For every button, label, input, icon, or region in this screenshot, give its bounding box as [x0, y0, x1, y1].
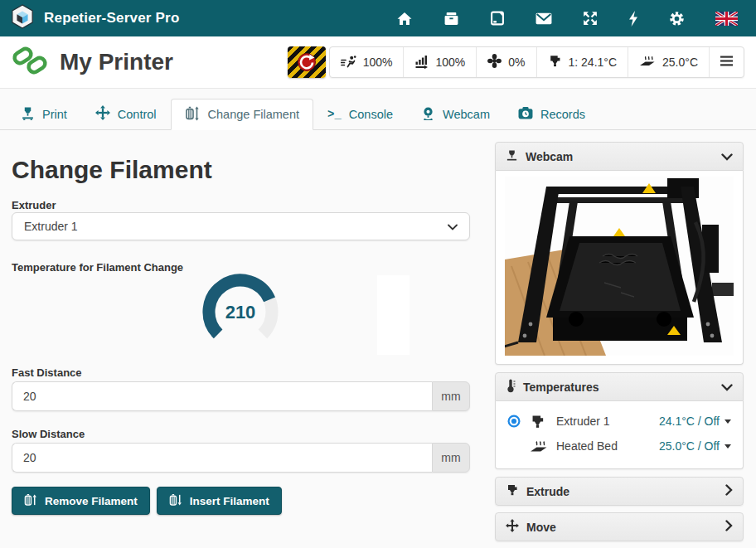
- repetier-logo-icon: [10, 3, 35, 33]
- flow-status[interactable]: 100%: [404, 47, 477, 77]
- top-navbar: Repetier-Server Pro: [0, 0, 756, 36]
- webcam-stream-image[interactable]: [505, 177, 734, 359]
- bed-temp-status[interactable]: 25.0°C: [628, 47, 710, 77]
- temperatures-panel-header[interactable]: Temperatures: [495, 372, 744, 401]
- extruder-select-value: Extruder 1: [24, 220, 78, 233]
- emergency-stop-button[interactable]: [288, 46, 326, 78]
- bed-temp-row: Heated Bed 25.0°C / Off: [507, 434, 731, 458]
- fan-icon: [487, 54, 502, 70]
- filament-buttons: Remove Filament Insert Filament: [12, 487, 282, 515]
- chevron-down-icon: [721, 381, 733, 394]
- webcam-panel-title: Webcam: [526, 150, 573, 163]
- extruder-temp-status[interactable]: 1: 24.1°C: [537, 47, 629, 77]
- insert-filament-button[interactable]: Insert Filament: [157, 487, 282, 515]
- tab-control[interactable]: Control: [81, 99, 171, 129]
- slow-distance-label: Slow Distance: [12, 428, 85, 440]
- fullscreen-icon[interactable]: [583, 11, 598, 26]
- records-camera-icon: [518, 106, 533, 122]
- temperatures-panel-body: Extruder 1 24.1°C / Off Heated Bed 25.0°…: [495, 401, 744, 469]
- bed-temp-value: 25.0°C: [662, 56, 698, 69]
- manual-icon[interactable]: [490, 11, 505, 26]
- thermometer-icon: [506, 379, 516, 395]
- extruder-temp-reading: 24.1°C / Off: [659, 415, 720, 428]
- tab-records-label: Records: [540, 108, 585, 121]
- filament-change-icon: [185, 106, 201, 124]
- language-flag-uk-icon[interactable]: [715, 12, 738, 26]
- extruder-select[interactable]: Extruder 1: [12, 212, 470, 240]
- print-icon: [21, 106, 35, 123]
- webcam-icon: [421, 106, 435, 123]
- flow-bars-icon: [414, 54, 429, 71]
- move-panel-title: Move: [526, 521, 556, 534]
- bed-temp-setting[interactable]: 25.0°C / Off: [659, 439, 731, 453]
- quick-actions-icon[interactable]: [628, 11, 638, 27]
- slow-distance-group: mm: [12, 443, 470, 473]
- app-screen: Repetier-Server Pro: [0, 0, 756, 548]
- tab-print[interactable]: Print: [7, 99, 81, 129]
- temperature-label: Temperature for Filament Change: [12, 261, 183, 274]
- remove-filament-label: Remove Filament: [45, 495, 138, 507]
- move-arrows-icon: [506, 519, 519, 535]
- gauge-value: 210: [225, 302, 256, 322]
- fast-distance-unit: mm: [432, 381, 470, 411]
- temperature-gauge[interactable]: 210: [196, 270, 285, 353]
- extruder-nozzle-icon: [548, 54, 562, 70]
- fan-status[interactable]: 0%: [477, 47, 536, 77]
- bed-temp-name: Heated Bed: [556, 439, 618, 453]
- main-content: Change Filament Extruder Extruder 1 Temp…: [0, 130, 495, 548]
- move-arrows-icon: [95, 105, 110, 123]
- extruder-nozzle-icon: [530, 414, 556, 429]
- chevron-down-icon: [721, 150, 733, 163]
- fast-distance-input[interactable]: [12, 381, 432, 411]
- extrude-nozzle-icon: [506, 483, 519, 499]
- connected-chain-icon: [12, 44, 48, 80]
- extruder-temp-row: Extruder 1 24.1°C / Off: [507, 409, 731, 434]
- tab-records[interactable]: Records: [504, 99, 599, 129]
- chevron-down-icon: [448, 220, 458, 233]
- printer-header: My Printer 100%: [0, 36, 756, 89]
- brand[interactable]: Repetier-Server Pro: [10, 3, 179, 33]
- console-icon: >_: [327, 108, 342, 121]
- tab-webcam[interactable]: Webcam: [407, 99, 504, 129]
- hamburger-menu-icon: [720, 56, 733, 69]
- slow-distance-input[interactable]: [12, 443, 432, 473]
- webcam-panel-icon: [506, 149, 518, 164]
- messages-icon[interactable]: [536, 12, 552, 25]
- home-icon[interactable]: [396, 12, 413, 26]
- tab-print-label: Print: [42, 108, 67, 121]
- heated-bed-icon: [639, 54, 656, 70]
- caret-down-icon: [724, 419, 731, 424]
- tab-console[interactable]: >_ Console: [313, 99, 407, 129]
- settings-gear-icon[interactable]: [669, 11, 685, 27]
- extruder-temp-setting[interactable]: 24.1°C / Off: [659, 415, 731, 428]
- speed-value: 100%: [363, 56, 393, 69]
- navbar-icons: [396, 11, 738, 27]
- tab-change-filament[interactable]: Change Filament: [171, 99, 313, 130]
- caret-down-icon: [724, 444, 731, 449]
- speed-status[interactable]: 100%: [330, 47, 405, 77]
- extruder-temp-value: 1: 24.1°C: [569, 56, 618, 69]
- printer-menu-button[interactable]: [710, 47, 744, 77]
- remove-filament-button[interactable]: Remove Filament: [12, 487, 150, 515]
- move-panel-header[interactable]: Move: [495, 512, 744, 541]
- bed-temp-reading: 25.0°C / Off: [659, 439, 720, 453]
- extruder-selected-radio-icon[interactable]: [507, 415, 530, 428]
- tab-change-filament-label: Change Filament: [208, 108, 299, 121]
- filament-up-icon: [24, 493, 37, 509]
- extrude-panel-header[interactable]: Extrude: [495, 477, 744, 506]
- gauge-value-box[interactable]: [377, 275, 410, 355]
- fast-distance-group: mm: [12, 381, 470, 411]
- extrude-panel-title: Extrude: [526, 485, 569, 498]
- printer-status-bar: 100% 100% 0%: [329, 46, 744, 78]
- extruder-label: Extruder: [12, 199, 56, 211]
- brand-title: Repetier-Server Pro: [44, 10, 179, 27]
- webcam-panel-header[interactable]: Webcam: [495, 142, 744, 171]
- insert-filament-label: Insert Filament: [190, 495, 269, 507]
- chevron-right-icon: [725, 520, 733, 534]
- flow-value: 100%: [435, 56, 465, 69]
- extruder-temp-name: Extruder 1: [556, 415, 610, 428]
- printer-box-icon[interactable]: [443, 12, 459, 26]
- chevron-right-icon: [725, 484, 733, 498]
- speed-runner-icon: [341, 55, 356, 70]
- printer-title: My Printer: [60, 49, 173, 75]
